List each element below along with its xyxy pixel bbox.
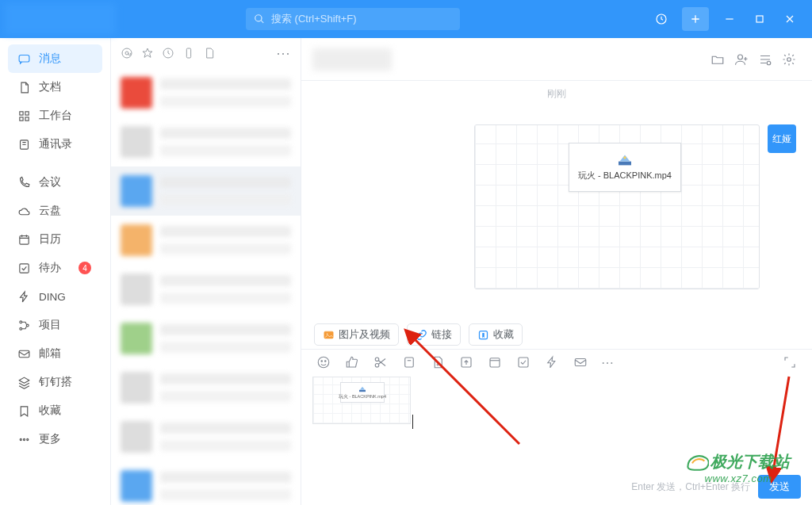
- nav-meeting[interactable]: 会议: [8, 168, 102, 197]
- nav-contacts[interactable]: 通讯录: [8, 130, 102, 159]
- file-type-icon: [358, 386, 366, 392]
- expand-button[interactable]: [782, 354, 798, 370]
- svg-point-18: [125, 52, 128, 55]
- svg-rect-24: [619, 161, 631, 165]
- ding-tool-button[interactable]: [544, 354, 560, 370]
- nav-favorites[interactable]: 收藏: [8, 396, 102, 425]
- nav-label: 待办: [39, 261, 61, 275]
- org-logo-placeholder: [5, 3, 116, 35]
- file-attachment-card[interactable]: 玩火 - BLACKPINK.mp4: [569, 143, 681, 192]
- clock-icon[interactable]: [162, 47, 174, 59]
- conversation-item[interactable]: [111, 117, 301, 166]
- conversation-item[interactable]: [111, 314, 301, 363]
- svg-rect-39: [359, 389, 366, 391]
- mail-tool-button[interactable]: [573, 354, 588, 370]
- time-divider: 刚刚: [317, 87, 796, 101]
- phone-filter-icon[interactable]: [182, 47, 195, 59]
- send-hint: Enter 发送，Ctrl+Enter 换行: [631, 480, 750, 494]
- svg-point-31: [325, 361, 327, 362]
- nav-cloud[interactable]: 云盘: [8, 197, 102, 225]
- left-nav: 消息 文档 工作台 通讯录 会议 云盘 日历 待办 4: [0, 38, 111, 505]
- svg-rect-2: [19, 55, 29, 62]
- conversation-item[interactable]: [111, 461, 301, 505]
- project-icon: [17, 319, 31, 332]
- nav-projects[interactable]: 项目: [8, 311, 102, 339]
- nav-label: 更多: [39, 432, 61, 446]
- nav-docs[interactable]: 文档: [8, 73, 102, 101]
- svg-point-14: [20, 438, 21, 440]
- window-close-button[interactable]: [776, 7, 804, 31]
- window-minimize-button[interactable]: [715, 7, 744, 31]
- emoji-button[interactable]: [316, 354, 331, 370]
- nav-label: DING: [39, 291, 66, 303]
- conversation-list: [111, 68, 301, 505]
- more-icon: [17, 433, 31, 446]
- nav-dingtalk-build[interactable]: 钉钉搭: [8, 368, 102, 396]
- svg-point-30: [321, 361, 323, 362]
- contacts-icon: [17, 138, 31, 151]
- svg-point-21: [738, 55, 743, 59]
- svg-point-16: [27, 438, 29, 440]
- conversation-item[interactable]: [111, 412, 301, 461]
- annotation-arrow: [400, 325, 527, 452]
- scissors-button[interactable]: [373, 354, 389, 370]
- at-icon[interactable]: [121, 47, 133, 59]
- nav-label: 钉钉搭: [39, 375, 72, 389]
- nav-more[interactable]: 更多: [8, 425, 102, 453]
- tool-more-button[interactable]: ⋯: [601, 355, 615, 370]
- nav-label: 云盘: [39, 204, 61, 218]
- global-search-input[interactable]: 搜索 (Ctrl+Shift+F): [246, 8, 460, 30]
- nav-calendar[interactable]: 日历: [8, 225, 102, 254]
- message-input-area[interactable]: 玩火 - BLACKPINK.mp4 Enter 发送，Ctrl+Enter 换…: [301, 372, 812, 505]
- nav-messages[interactable]: 消息: [8, 44, 102, 73]
- nav-label: 邮箱: [39, 346, 61, 361]
- svg-rect-8: [20, 235, 29, 244]
- file-name: 玩火 - BLACKPINK.mp4: [578, 170, 672, 182]
- settings-button[interactable]: [777, 48, 801, 71]
- nav-todo[interactable]: 待办 4: [8, 254, 102, 282]
- window-maximize-button[interactable]: [745, 7, 774, 31]
- chat-title-placeholder: [312, 48, 392, 71]
- phone-icon: [17, 176, 31, 189]
- svg-rect-1: [756, 16, 763, 22]
- conv-more-icon[interactable]: ⋯: [276, 44, 291, 62]
- svg-rect-20: [186, 48, 190, 58]
- add-member-button[interactable]: [730, 48, 753, 71]
- conversation-item[interactable]: [111, 216, 301, 265]
- annotation-arrow: [757, 373, 797, 484]
- svg-rect-3: [20, 111, 23, 114]
- search-placeholder: 搜索 (Ctrl+Shift+F): [271, 12, 357, 26]
- bookmark-icon: [17, 404, 31, 418]
- thumb-filename: 玩火 - BLACKPINK.mp4: [339, 394, 386, 400]
- nav-label: 文档: [39, 80, 61, 94]
- doc-icon: [17, 81, 31, 94]
- mail-icon: [17, 347, 31, 361]
- message-bubble[interactable]: 玩火 - BLACKPINK.mp4: [474, 124, 760, 289]
- history-button[interactable]: [647, 7, 676, 31]
- check-icon: [17, 262, 31, 275]
- attach-image-video-button[interactable]: 图片及视频: [314, 323, 399, 346]
- file-filter-icon[interactable]: [203, 47, 216, 59]
- thumbs-up-button[interactable]: [344, 354, 360, 370]
- nav-label: 项目: [39, 318, 61, 332]
- svg-rect-9: [20, 263, 29, 272]
- folder-button[interactable]: [706, 48, 730, 71]
- svg-point-15: [23, 438, 25, 440]
- add-button[interactable]: [682, 7, 709, 31]
- nav-label: 会议: [39, 175, 61, 189]
- conversation-item[interactable]: [111, 166, 301, 216]
- cloud-icon: [17, 205, 31, 218]
- input-attachment-thumb[interactable]: 玩火 - BLACKPINK.mp4: [312, 377, 411, 424]
- conversation-item[interactable]: [111, 363, 301, 412]
- star-icon[interactable]: [141, 47, 154, 59]
- nav-workbench[interactable]: 工作台: [8, 101, 102, 130]
- svg-point-27: [327, 333, 328, 335]
- nav-ding[interactable]: DING: [8, 282, 102, 311]
- sender-avatar[interactable]: 红娅: [768, 124, 796, 153]
- search-in-chat-button[interactable]: [753, 48, 777, 71]
- conversation-item[interactable]: [111, 68, 301, 117]
- nav-label: 消息: [39, 52, 61, 66]
- nav-label: 收藏: [39, 404, 61, 418]
- conversation-item[interactable]: [111, 265, 301, 314]
- nav-mail[interactable]: 邮箱: [8, 339, 102, 368]
